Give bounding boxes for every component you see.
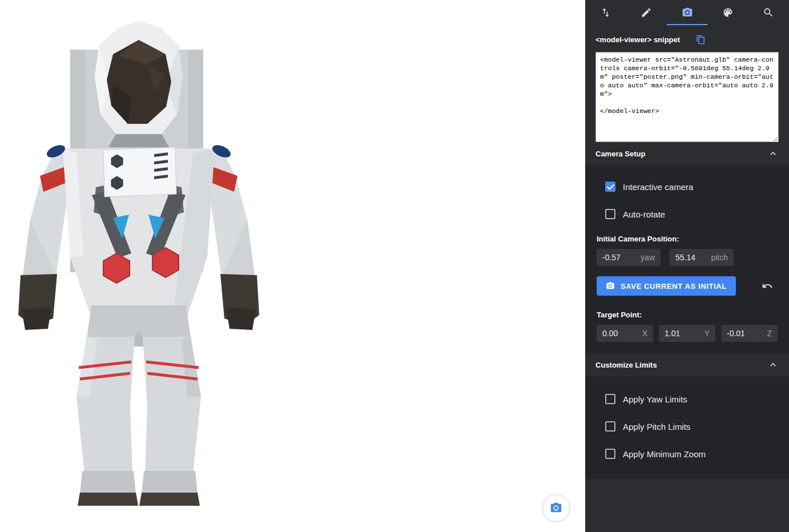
copy-snippet-button[interactable] <box>696 35 706 45</box>
apply-yaw-limits-checkbox-row[interactable]: Apply Yaw Limits <box>597 385 778 413</box>
apply-pitch-limits-checkbox-row[interactable]: Apply Pitch Limits <box>597 413 778 440</box>
target-y-input[interactable] <box>665 329 701 338</box>
checkbox-label: Apply Minimum Zoom <box>623 449 706 459</box>
search-icon <box>763 7 774 18</box>
copy-icon <box>696 35 706 45</box>
panel-filler <box>585 479 789 532</box>
chevron-up-icon[interactable] <box>767 359 779 370</box>
snippet-code-textarea[interactable]: <model-viewer src="Astronaut.glb" camera… <box>595 52 779 142</box>
panel-tab-bar <box>585 0 789 25</box>
camera-setup-header[interactable]: Camera Setup <box>585 142 789 165</box>
tab-materials[interactable] <box>707 0 748 25</box>
apply-yaw-limits-checkbox[interactable] <box>605 394 615 404</box>
pitch-field[interactable]: pitch <box>670 249 734 266</box>
target-x-field[interactable]: X <box>597 325 653 342</box>
target-z-field[interactable]: Z <box>721 325 778 342</box>
camera-icon <box>682 7 693 18</box>
initial-camera-position-label: Initial Camera Position: <box>597 235 778 243</box>
section-title: Customize Limits <box>595 361 657 369</box>
tab-edit[interactable] <box>626 0 666 25</box>
camera-setup-body: Interactive camera Auto-rotate Initial C… <box>585 165 789 353</box>
interactive-camera-checkbox[interactable] <box>605 182 615 192</box>
pitch-input[interactable] <box>675 253 707 262</box>
tab-camera[interactable] <box>667 0 707 25</box>
customize-limits-body: Apply Yaw Limits Apply Pitch Limits Appl… <box>585 376 789 479</box>
checkbox-label: Apply Yaw Limits <box>623 394 687 404</box>
tab-import-export[interactable] <box>585 0 626 25</box>
editor-panel: <model-viewer> snippet <model-viewer src… <box>585 0 789 532</box>
customize-limits-header[interactable]: Customize Limits <box>585 353 789 376</box>
target-y-unit-label: Y <box>705 329 710 338</box>
checkbox-label: Apply Pitch Limits <box>623 422 690 432</box>
target-z-unit-label: Z <box>767 329 772 338</box>
auto-rotate-checkbox-row[interactable]: Auto-rotate <box>597 200 778 228</box>
undo-icon <box>762 280 773 292</box>
capture-poster-button[interactable] <box>542 494 570 522</box>
target-x-input[interactable] <box>602 329 639 338</box>
model-viewport[interactable] <box>0 0 585 532</box>
chevron-up-icon[interactable] <box>767 148 779 159</box>
camera-icon <box>550 502 562 514</box>
target-y-field[interactable]: Y <box>659 325 715 342</box>
model-viewer-editor: <model-viewer> snippet <model-viewer src… <box>0 0 789 532</box>
auto-rotate-checkbox[interactable] <box>605 209 615 219</box>
save-button-label: SAVE CURRENT AS INITIAL <box>621 282 727 291</box>
checkbox-label: Interactive camera <box>623 182 693 192</box>
apply-pitch-limits-checkbox[interactable] <box>605 421 615 432</box>
apply-minimum-zoom-checkbox[interactable] <box>605 449 615 459</box>
section-title: Camera Setup <box>595 150 645 158</box>
apply-minimum-zoom-checkbox-row[interactable]: Apply Minimum Zoom <box>597 440 778 467</box>
save-current-as-initial-button[interactable]: SAVE CURRENT AS INITIAL <box>597 276 736 296</box>
target-point-label: Target Point: <box>597 311 778 319</box>
interactive-camera-checkbox-row[interactable]: Interactive camera <box>597 173 778 200</box>
pencil-icon <box>641 7 652 18</box>
pitch-unit-label: pitch <box>711 253 728 262</box>
yaw-input[interactable] <box>602 253 637 262</box>
yaw-field[interactable]: yaw <box>597 249 661 266</box>
checkbox-label: Auto-rotate <box>623 209 665 219</box>
target-x-unit-label: X <box>642 329 647 338</box>
tab-inspector[interactable] <box>748 0 789 25</box>
reset-initial-camera-button[interactable] <box>762 280 773 292</box>
palette-icon <box>722 7 734 18</box>
yaw-unit-label: yaw <box>641 253 655 262</box>
camera-icon <box>606 281 615 291</box>
target-z-input[interactable] <box>727 329 763 338</box>
swap-vert-icon <box>600 7 611 18</box>
astronaut-model <box>10 17 267 508</box>
snippet-title: <model-viewer> snippet <box>595 35 680 44</box>
